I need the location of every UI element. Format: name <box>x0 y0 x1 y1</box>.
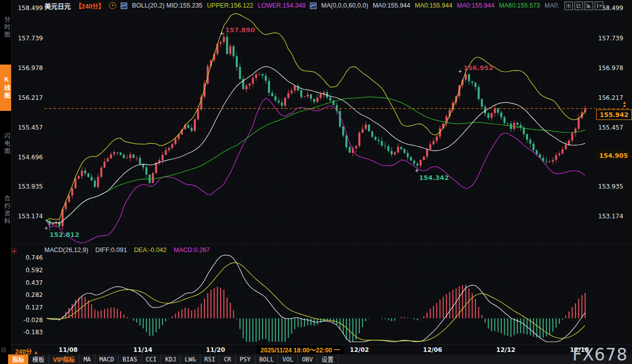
chart-header: 美元日元 【240分】 + BOLL(20,2) MID:155.235 UPP… <box>44 0 559 11</box>
left-sidebar: 分时图 K线图 闪电图 合约资料 <box>0 0 12 354</box>
tab-bias[interactable]: BIAS <box>119 354 142 364</box>
annotation-swing-low: 154.342 <box>419 174 449 181</box>
macd-tick: 0.127 <box>26 304 43 311</box>
annotation-low: 152.812 <box>49 231 79 238</box>
tab-templates[interactable]: 模板 <box>28 354 49 364</box>
macd-tick: -0.183 <box>23 329 43 336</box>
candlestick-chart-canvas[interactable] <box>0 0 632 364</box>
boll-lower-value: LOWER:154.348 <box>258 2 306 9</box>
current-price-badge: 155.942 <box>596 109 632 120</box>
trading-app-window: 分时图 K线图 闪电图 合约资料 美元日元 【240分】 + BOLL(20,2… <box>0 0 632 364</box>
annotation-high: 157.890 <box>225 26 255 34</box>
boll-chart-icon[interactable] <box>121 3 127 9</box>
tab-settings[interactable]: 设置 <box>318 354 338 364</box>
macd-tick: -0.028 <box>23 317 43 324</box>
fx678-watermark: FX678 <box>572 345 628 364</box>
price-tick: 153.174 <box>598 213 623 220</box>
date-tick: 12/02 <box>350 346 369 353</box>
date-tick: 12/06 <box>423 346 442 353</box>
price-tick: 158.499 <box>18 5 43 12</box>
price-tick: 156.978 <box>598 65 623 72</box>
indicator-toolbar: 指标 模板 VIP指标 MA MACD BIAS CCI KDJ LW& RSI… <box>0 354 632 364</box>
macd-header: MACD(26,12,9) DIFF:0.091 DEA:-0.042 MACD… <box>44 247 210 254</box>
price-tick: 155.457 <box>598 124 623 131</box>
tab-obv[interactable]: OBV <box>298 354 318 364</box>
date-tick: 11/08 <box>59 346 78 353</box>
tab-psy[interactable]: PSY <box>236 354 255 364</box>
price-tick: 156.978 <box>18 65 43 72</box>
sidebar-item-timeline-chart[interactable]: 分时图 <box>0 4 11 50</box>
tab-indicators[interactable]: 指标 <box>8 354 28 364</box>
tab-macd[interactable]: MACD <box>95 354 119 364</box>
ma0-magenta-value: MA0:155.944 <box>457 2 494 9</box>
macd-value: MACD:0.267 <box>174 247 210 254</box>
macd-tick: 0.746 <box>26 254 43 261</box>
swing-low-marker-cross: + <box>415 168 418 173</box>
macd-dea-value: DEA:-0.042 <box>134 247 167 254</box>
sidebar-item-kline-chart[interactable]: K线图 <box>0 65 11 111</box>
current-price-marker-icon: ▲▲ <box>622 101 626 107</box>
tab-boll[interactable]: BOLL <box>255 354 279 364</box>
macd-params: MACD(26,12,9) <box>44 247 88 254</box>
tab-ma[interactable]: MA <box>79 354 95 364</box>
ma-chart-icon[interactable] <box>310 3 317 9</box>
add-indicator-icon[interactable]: + <box>109 2 116 9</box>
macd-tick: 0.592 <box>26 267 43 274</box>
price-tick: 153.935 <box>598 183 623 190</box>
tab-cr[interactable]: CR <box>220 354 235 364</box>
symbol-title: 美元日元 <box>44 1 71 11</box>
price-tick: 155.457 <box>18 124 43 131</box>
tab-kdj[interactable]: KDJ <box>161 354 181 364</box>
tab-vip-indicators[interactable]: VIP指标 <box>49 354 79 364</box>
selected-bar-time-label: 2025/11/24 18:00～22:00 一 <box>256 345 344 354</box>
crosshair-icon[interactable] <box>564 2 573 10</box>
price-tick: 157.739 <box>18 35 43 42</box>
low-marker-cross: + <box>44 226 48 231</box>
sidebar-item-contract-info[interactable]: 合约资料 <box>0 179 11 241</box>
price-tick: 153.174 <box>18 213 43 220</box>
ma0-yellow-value: MA0:155.944 <box>415 2 452 9</box>
time-axis: 240分 ▲ 11/08 11/14 11/20 12/02 12/06 12/… <box>0 344 632 355</box>
tab-vol[interactable]: VOL <box>278 354 298 364</box>
chart-tool-icons <box>564 2 603 10</box>
scale-up-icon[interactable] <box>574 2 583 10</box>
ma-params: MA(0,0,0,60,0,0) <box>321 2 368 9</box>
high-marker-cross: + <box>220 31 224 36</box>
boll-values: BOLL(20,2) MID:155.235 <box>132 2 202 9</box>
date-tick: 11/20 <box>206 346 225 353</box>
boll-upper-value: UPPER:156.122 <box>207 2 253 9</box>
pan-right-icon[interactable] <box>595 2 603 10</box>
price-tick: 154.696 <box>18 154 43 161</box>
ma0-white-value: MA0:155.944 <box>373 2 410 9</box>
resize-handle[interactable] <box>0 354 8 364</box>
macd-diff-value: DIFF:0.091 <box>95 247 127 254</box>
sidebar-item-flash-chart[interactable]: 闪电图 <box>0 120 11 167</box>
macd-tick: 0.437 <box>26 279 43 286</box>
tab-rsi[interactable]: RSI <box>200 354 220 364</box>
secondary-price-badge: 154.905 <box>596 151 631 160</box>
price-tick: 156.217 <box>598 94 623 101</box>
macd-tick: 0.282 <box>26 291 43 298</box>
tab-lwr[interactable]: LW& <box>181 354 200 364</box>
scale-right-icon[interactable] <box>585 2 593 10</box>
price-tick: 156.217 <box>18 94 43 101</box>
ma0-empty-value: MA0: <box>545 2 559 9</box>
swing-high-marker-cross: + <box>458 69 462 74</box>
indicator-settings-icon[interactable] <box>11 248 17 254</box>
date-tick: 12/12 <box>496 346 515 353</box>
annotation-swing-high: 156.952 <box>463 64 493 72</box>
tab-cci[interactable]: CCI <box>142 354 162 364</box>
ma60-value: MA60:155.573 <box>499 2 540 9</box>
price-tick: 157.739 <box>598 35 623 42</box>
period-label: 【240分】 <box>75 1 104 11</box>
price-tick: 153.935 <box>18 183 43 190</box>
date-tick: 11/14 <box>133 346 152 353</box>
